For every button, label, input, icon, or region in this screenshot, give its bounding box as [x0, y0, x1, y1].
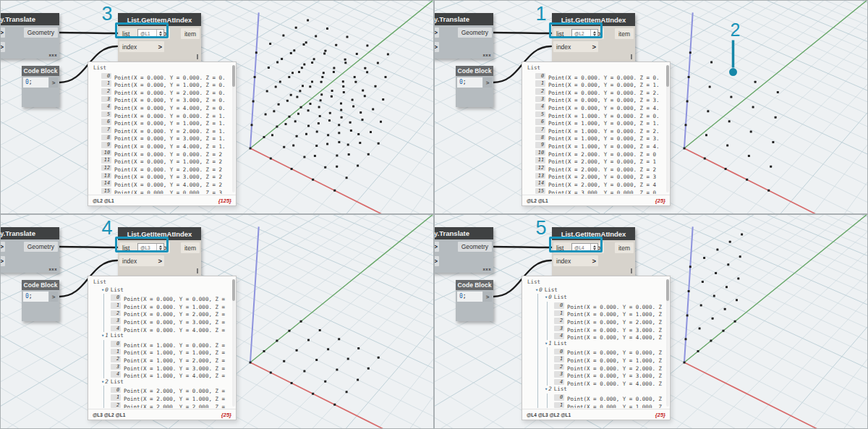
preview-bubble[interactable]: List▾0List▾0List0Point(X = 0.000, Y = 0.…: [522, 276, 671, 420]
preview-group-row[interactable]: ▾0List: [545, 294, 664, 302]
preview-scrollbar[interactable]: [232, 279, 235, 407]
point-3d: [688, 290, 690, 292]
code-block-title[interactable]: Code Block: [22, 280, 59, 290]
preview-row: 3Point(X = 1.000, Y = 3.000, Z =: [111, 363, 230, 371]
preview-group-row[interactable]: ▾2List: [545, 386, 664, 394]
code-block-node[interactable]: Code Block 0; >: [456, 66, 493, 107]
code-block-input[interactable]: 0;: [457, 292, 482, 302]
code-block-output-port[interactable]: >: [49, 77, 58, 88]
preview-group-row[interactable]: ▾2List: [101, 378, 230, 386]
code-block-input[interactable]: 0;: [23, 292, 48, 302]
preview-level-badges[interactable]: @L3 @L2 @L1: [93, 412, 125, 417]
preview-group-row[interactable]: ▾0List: [101, 286, 230, 294]
translate-input-port-2[interactable]: >: [434, 256, 439, 266]
geometry-translate-node[interactable]: Geometry.Translate > > Geometry xxx: [434, 13, 493, 59]
lacing-indicator[interactable]: [631, 54, 632, 59]
lacing-cross-indicator[interactable]: xxx: [482, 267, 491, 271]
code-block-node[interactable]: Code Block 0; >: [456, 280, 493, 321]
scrollbar-thumb[interactable]: [232, 279, 235, 301]
preview-scrollbar[interactable]: [666, 279, 669, 407]
list-getitematindex-node[interactable]: List.GetItemAtIndex list @L1 > index > i…: [118, 13, 201, 61]
index-input-port[interactable]: index >: [553, 41, 598, 52]
preview-item-count: {25}: [655, 197, 665, 204]
lacing-indicator[interactable]: [197, 54, 198, 59]
index-input-port[interactable]: index >: [119, 255, 164, 266]
geometry-translate-node[interactable]: Geometry.Translate > > Geometry xxx: [0, 227, 59, 273]
lacing-cross-indicator[interactable]: xxx: [482, 53, 491, 57]
row-value: Point(X = 0.000, Y = 1.000, Z: [567, 357, 662, 363]
translate-node-title[interactable]: Geometry.Translate: [434, 227, 493, 239]
geometry-output-port[interactable]: Geometry: [458, 242, 492, 252]
translate-node-title[interactable]: Geometry.Translate: [434, 13, 493, 25]
preview-bubble[interactable]: List0Point(X = 0.000, Y = 0.000, Z = 0.1…: [88, 61, 237, 206]
scrollbar-thumb[interactable]: [232, 65, 235, 87]
translate-input-port-1[interactable]: >: [434, 27, 439, 38]
index-input-port[interactable]: index >: [119, 41, 164, 52]
preview-group-row[interactable]: ▾1List: [545, 340, 664, 348]
geometry-translate-node[interactable]: Geometry.Translate > > Geometry xxx: [0, 13, 59, 59]
preview-scrollbar[interactable]: [232, 65, 235, 192]
preview-row: 2Point(X = 0.000, Y = 2.000, Z: [554, 317, 664, 325]
translate-input-port-1[interactable]: >: [0, 27, 5, 38]
geometry-output-port[interactable]: Geometry: [458, 27, 492, 38]
translate-input-port-1[interactable]: >: [0, 242, 5, 252]
index-input-port[interactable]: index >: [553, 255, 598, 266]
geometry-output-port[interactable]: Geometry: [24, 27, 58, 38]
lacing-cross-indicator[interactable]: xxx: [48, 53, 57, 57]
row-index-chip: 14: [101, 180, 111, 187]
preview-level-badges[interactable]: @L2 @L1: [527, 198, 548, 203]
point-3d: [321, 76, 323, 78]
preview-level-badges[interactable]: @L4 @L3 @L2 @L1: [527, 412, 571, 417]
row-value: Point(X = 0.000, Y = 3.000, Z = 2: [114, 174, 222, 179]
code-block-title[interactable]: Code Block: [456, 280, 493, 290]
selection-highlight-box: [549, 22, 603, 38]
expander-down-icon[interactable]: ▾: [101, 379, 104, 385]
expander-down-icon[interactable]: ▾: [545, 294, 548, 300]
geometry-translate-node[interactable]: Geometry.Translate > > Geometry xxx: [434, 227, 493, 273]
lacing-cross-indicator[interactable]: xxx: [48, 267, 57, 271]
preview-bubble[interactable]: List0Point(X = 0.000, Y = 0.000, Z = 0.1…: [522, 61, 671, 206]
code-block-title[interactable]: Code Block: [456, 66, 493, 76]
preview-level-badges[interactable]: @L2 @L1: [93, 198, 114, 203]
expander-down-icon[interactable]: ▾: [101, 333, 104, 339]
expander-down-icon[interactable]: ▾: [535, 287, 538, 293]
expander-down-icon[interactable]: ▾: [545, 386, 548, 392]
lacing-indicator[interactable]: [631, 268, 632, 273]
item-output-port[interactable]: item: [615, 242, 634, 253]
row-value: Point(X = 0.000, Y = 2.000, Z = 0.: [114, 90, 226, 95]
scrollbar-thumb[interactable]: [666, 65, 669, 87]
preview-row: 2Point(X = 1.000, Y = 2.000, Z =: [111, 355, 230, 363]
preview-bubble[interactable]: List▾0List0Point(X = 0.000, Y = 0.000, Z…: [88, 276, 237, 420]
grid-line: [312, 1, 434, 69]
translate-input-port-2[interactable]: >: [0, 42, 5, 52]
item-output-port[interactable]: item: [181, 242, 200, 253]
list-getitematindex-node[interactable]: List.GetItemAtIndex list @L4 > index > i…: [552, 227, 635, 276]
item-output-port[interactable]: item: [615, 28, 634, 39]
scrollbar-thumb[interactable]: [666, 279, 669, 301]
highlighted-point-marker[interactable]: [729, 68, 737, 76]
list-getitematindex-node[interactable]: List.GetItemAtIndex list @L2 > index > i…: [552, 13, 635, 61]
translate-input-port-2[interactable]: >: [434, 42, 439, 52]
code-block-input[interactable]: 0;: [457, 77, 482, 88]
geometry-output-port[interactable]: Geometry: [24, 242, 58, 252]
translate-input-port-2[interactable]: >: [0, 256, 5, 266]
code-block-node[interactable]: Code Block 0; >: [22, 66, 59, 107]
code-block-node[interactable]: Code Block 0; >: [22, 280, 59, 321]
item-output-port[interactable]: item: [181, 28, 200, 39]
expander-down-icon[interactable]: ▾: [545, 341, 548, 347]
translate-node-title[interactable]: Geometry.Translate: [0, 13, 59, 25]
code-block-output-port[interactable]: >: [483, 77, 492, 88]
list-getitematindex-node[interactable]: List.GetItemAtIndex list @L3 > index > i…: [118, 227, 201, 276]
translate-node-title[interactable]: Geometry.Translate: [0, 227, 59, 239]
code-block-output-port[interactable]: >: [483, 292, 492, 302]
code-block-title[interactable]: Code Block: [22, 66, 59, 76]
lacing-indicator[interactable]: [197, 268, 198, 273]
point-3d: [297, 113, 299, 115]
code-block-output-port[interactable]: >: [49, 292, 58, 302]
translate-input-port-1[interactable]: >: [434, 242, 439, 252]
preview-group-row[interactable]: ▾0List: [535, 286, 664, 294]
preview-scrollbar[interactable]: [666, 65, 669, 192]
expander-down-icon[interactable]: ▾: [101, 287, 104, 293]
preview-group-row[interactable]: ▾1List: [101, 332, 230, 340]
code-block-input[interactable]: 0;: [23, 77, 48, 88]
